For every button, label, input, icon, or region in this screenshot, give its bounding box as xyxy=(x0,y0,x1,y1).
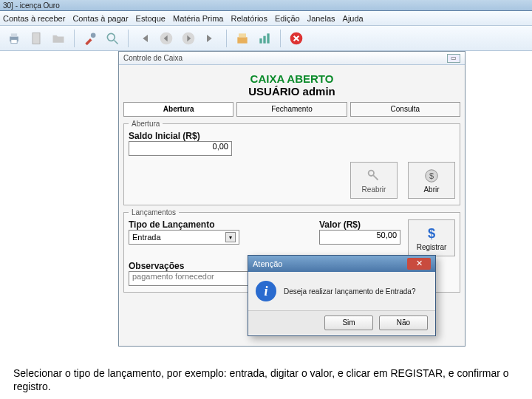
registrar-label: Registrar xyxy=(417,243,447,251)
document-icon[interactable] xyxy=(27,29,46,48)
tab-abertura[interactable]: Abertura xyxy=(123,102,233,117)
svg-rect-9 xyxy=(237,37,247,43)
svg-point-15 xyxy=(369,170,374,175)
svg-point-4 xyxy=(91,33,96,38)
svg-text:$: $ xyxy=(429,171,434,180)
reabrir-label: Reabrir xyxy=(362,185,386,194)
menu-ajuda[interactable]: Ajuda xyxy=(343,14,364,23)
chart-icon[interactable] xyxy=(255,29,274,48)
reabrir-button[interactable]: Reabrir xyxy=(350,162,398,199)
dialog-no-button[interactable]: Não xyxy=(379,316,428,330)
nav-next-icon[interactable] xyxy=(179,29,198,48)
svg-rect-3 xyxy=(33,33,40,44)
svg-rect-1 xyxy=(11,33,17,36)
caixa-status: CAIXA ABERTO xyxy=(123,72,460,85)
tab-consulta[interactable]: Consulta xyxy=(350,102,460,117)
window-titlebar: 30] - icença Ouro xyxy=(0,0,532,11)
menu-janelas[interactable]: Janelas xyxy=(307,14,335,23)
abertura-legend: Abertura xyxy=(129,120,163,128)
nav-first-icon[interactable] xyxy=(134,29,154,48)
svg-point-5 xyxy=(107,33,115,41)
abrir-label: Abrir xyxy=(423,185,439,194)
dialog-close-icon[interactable]: ✕ xyxy=(407,258,431,270)
svg-rect-13 xyxy=(267,33,269,43)
close-icon[interactable] xyxy=(287,29,306,48)
svg-text:$: $ xyxy=(428,225,435,241)
instruction-text: Selecionar o tipo de lançamento, por exe… xyxy=(13,367,519,393)
search-icon[interactable] xyxy=(103,29,122,48)
valor-label: Valor (R$) xyxy=(319,219,400,230)
panel-maximize-icon[interactable]: ▭ xyxy=(447,54,460,63)
caixa-user: USUÁRIO admin xyxy=(123,85,460,98)
menu-estoque[interactable]: Estoque xyxy=(136,14,166,23)
dialog-message: Deseja realizar lançamento de Entrada? xyxy=(284,287,415,296)
folder-icon[interactable] xyxy=(49,29,68,48)
menu-edicao[interactable]: Edição xyxy=(275,14,300,23)
tipo-select[interactable]: Entrada ▾ xyxy=(129,230,239,245)
tipo-label: Tipo de Lançamento xyxy=(129,219,312,230)
dollar-circle-icon: $ xyxy=(423,168,440,184)
nav-prev-icon[interactable] xyxy=(157,29,176,48)
saldo-inicial-label: Saldo Inicial (R$) xyxy=(129,131,455,141)
cashbox-icon[interactable] xyxy=(233,29,252,48)
menu-contas-pagar[interactable]: Contas à pagar xyxy=(72,14,128,23)
info-icon: i xyxy=(256,281,276,301)
dialog-title: Atenção xyxy=(253,256,282,272)
chevron-down-icon: ▾ xyxy=(225,232,236,242)
menu-contas-receber[interactable]: Contas à receber xyxy=(3,14,65,23)
main-toolbar xyxy=(0,26,532,51)
dollar-icon: $ xyxy=(423,225,440,242)
abertura-group: Abertura Saldo Inicial (R$) 0,00 Reabrir… xyxy=(123,120,460,205)
dialog-yes-button[interactable]: Sim xyxy=(324,316,373,330)
tools-icon[interactable] xyxy=(81,29,100,48)
registrar-button[interactable]: $ Registrar xyxy=(408,219,455,256)
tab-fechamento[interactable]: Fechamento xyxy=(236,102,347,117)
abrir-button[interactable]: $ Abrir xyxy=(408,162,455,199)
panel-title: Controle de Caixa xyxy=(123,52,183,65)
valor-input[interactable]: 50,00 xyxy=(319,230,400,245)
svg-rect-2 xyxy=(11,39,17,43)
print-icon[interactable] xyxy=(4,29,24,48)
menu-materia-prima[interactable]: Matéria Prima xyxy=(173,14,223,23)
menu-relatorios[interactable]: Relatórios xyxy=(231,14,267,23)
lancamentos-legend: Lançamentos xyxy=(129,208,179,216)
svg-rect-11 xyxy=(259,38,262,44)
nav-last-icon[interactable] xyxy=(201,29,220,48)
main-menu: Contas à receber Contas à pagar Estoque … xyxy=(0,11,532,26)
svg-line-6 xyxy=(115,40,118,44)
tipo-value: Entrada xyxy=(132,233,161,242)
confirm-dialog: Atenção ✕ i Deseja realizar lançamento d… xyxy=(248,255,436,336)
svg-rect-12 xyxy=(263,35,265,43)
keys-icon xyxy=(366,168,382,184)
svg-rect-10 xyxy=(239,33,246,37)
saldo-inicial-input[interactable]: 0,00 xyxy=(129,141,232,156)
